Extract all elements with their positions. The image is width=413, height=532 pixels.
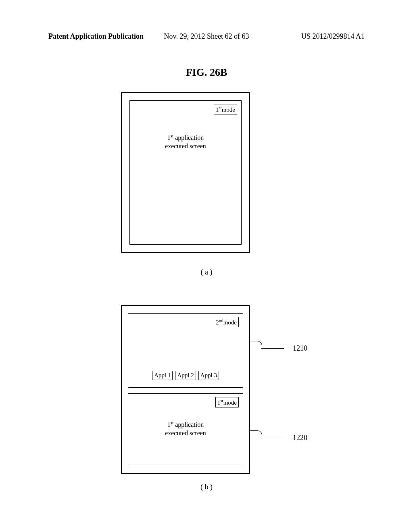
mode-ordinal-suffix: st [220,398,223,403]
device-pane-bottom: 1stmode 1st application executed screen [128,393,243,465]
app-ordinal-number: 1 [167,422,171,428]
mode-word: mode [222,106,235,113]
app-ordinal-suffix: st [171,133,173,138]
leader-curve-1220 [250,430,262,438]
mode-ordinal-suffix: nd [219,318,223,323]
leader-curve-1210 [250,341,262,349]
app-line2: executed screen [165,143,206,150]
application-screen-label: 1st application executed screen [165,133,206,151]
device-frame-a: 1stmode 1st application executed screen [121,92,250,253]
mode-ordinal-number: 2 [216,319,219,326]
mode-word: mode [223,399,237,406]
device-inner-b: 2ndmode Appl 1 Appl 2 Appl 3 1stmode 1st… [128,313,243,466]
mode-badge-first-b: 1stmode [215,397,239,407]
application-screen-label-b: 1st application executed screen [165,420,206,438]
app-line1-rest: application [173,422,204,428]
subfigure-label-b: ( b ) [200,483,213,491]
leader-line-1210 [261,348,284,349]
subfigure-label-a: ( a ) [201,268,213,276]
mode-word: mode [223,319,237,326]
app-ordinal-number: 1 [167,134,171,141]
app-button-3[interactable]: Appl 3 [198,371,219,380]
application-buttons-row: Appl 1 Appl 2 Appl 3 [152,371,219,380]
reference-numeral-1210: 1210 [293,344,307,353]
device-frame-b: 2ndmode Appl 1 Appl 2 Appl 3 1stmode 1st… [121,305,250,474]
app-ordinal-suffix: st [171,420,173,425]
app-button-2[interactable]: Appl 2 [175,371,196,380]
app-button-1[interactable]: Appl 1 [152,371,173,380]
device-pane-top: 2ndmode Appl 1 Appl 2 Appl 3 [128,313,243,388]
app-line2: executed screen [165,430,206,436]
patent-figure-page: Patent Application Publication Nov. 29, … [0,0,413,532]
header-date-sheet: Nov. 29, 2012 Sheet 62 of 63 [164,32,249,41]
figure-title: FIG. 26B [186,66,227,79]
leader-line-1220 [261,438,284,438]
header-publication-number: US 2012/0299814 A1 [301,32,365,41]
mode-ordinal-suffix: st [219,105,221,110]
mode-badge-second: 2ndmode [214,317,239,327]
app-line1-rest: application [173,134,204,141]
device-screen-a: 1stmode 1st application executed screen [129,100,242,245]
mode-badge-first: 1stmode [214,104,237,114]
header-publication-type: Patent Application Publication [48,32,144,41]
reference-numeral-1220: 1220 [293,434,307,442]
